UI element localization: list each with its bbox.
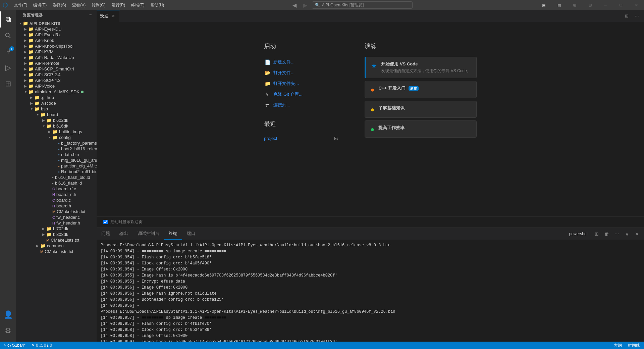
tree-item-mfg-bl616[interactable]: ▶ ▪ mfg_bl616_gu_af8b0946f_v2....: [16, 157, 97, 163]
window-minimize-button[interactable]: ─: [598, 0, 613, 10]
split-editor-icon[interactable]: ⊞: [622, 11, 631, 21]
menu-run[interactable]: 运行(R): [109, 2, 128, 9]
practice-card-productivity[interactable]: ● 提高工作效率: [365, 120, 476, 138]
tree-item-common[interactable]: ▶ 📁 common: [16, 243, 97, 249]
git-branch-item[interactable]: ⑂ c7f51ba4*: [3, 342, 27, 349]
tree-arrow: ▶: [35, 244, 40, 248]
tree-item-aipi-eyes-du[interactable]: ▶ 📁 AiPi-Eyes-DU: [16, 26, 97, 32]
tree-item-bl616-flash-old[interactable]: ▶ ▪ bl616_flash_old.ld: [16, 174, 97, 180]
panel-tab-terminal[interactable]: 终端: [164, 228, 182, 240]
tree-item-aipi-open-kits[interactable]: ▾ 📁 AIPI-OPEN-KITS: [16, 20, 97, 26]
tree-item-aipi-eyes-rx[interactable]: ▶ 📁 AiPi-Eyes-Rx: [16, 32, 97, 38]
menu-edit[interactable]: 编辑(E): [31, 2, 49, 9]
tree-item-bl808dk[interactable]: ▶ 📁 bl808dk: [16, 232, 97, 237]
menu-view[interactable]: 查看(V): [69, 2, 88, 9]
tree-label: bl_factory_params_IoTKitA_au...: [61, 141, 97, 146]
tree-item-aipi-scp-2-4[interactable]: ▶ 📁 AiPi-SCP-2.4: [16, 72, 97, 78]
tree-item-aithinker-sdk[interactable]: ▾ 📁 aithinker_Ai-M6X_SDK: [16, 89, 97, 95]
tree-item-board[interactable]: ▾ 📁 board: [16, 112, 97, 117]
practice-card-basics[interactable]: ● 了解基础知识: [365, 101, 476, 118]
timeline-item[interactable]: 时间线: [627, 342, 641, 349]
tab-close-button[interactable]: ✕: [111, 13, 116, 19]
tree-item-config[interactable]: ▾ 📁 config: [16, 135, 97, 140]
tree-item-rx-boot2[interactable]: ▶ ▪ Rx_boot2_m61.bin: [16, 169, 97, 174]
menu-terminal[interactable]: 终端(T): [128, 2, 147, 9]
tree-item-aipi-scp-4-3[interactable]: ▶ 📁 AiPi-SCP-4.3: [16, 78, 97, 83]
tree-item-cmakelists-bl616[interactable]: ▶ M CMakeLists.txt: [16, 209, 97, 214]
split-terminal-icon[interactable]: ⊞: [592, 230, 601, 238]
tree-item-aipi-knob[interactable]: ▶ 📁 AiPi-Knob: [16, 38, 97, 43]
tree-item-bl-factory-params[interactable]: ▶ ▪ bl_factory_params_IoTKitA_au...: [16, 140, 97, 146]
panel-tab-debug-console[interactable]: 调试控制台: [133, 228, 164, 240]
layout-icon-4[interactable]: ⊟: [582, 0, 598, 10]
tree-item-vscode[interactable]: ▶ 📁 .vscode: [16, 100, 97, 106]
tree-item-aipi-kvm[interactable]: ▶ 📁 AiPi-KVM: [16, 49, 97, 55]
tree-item-aipi-remote[interactable]: ▶ 📁 AiPi-Remote: [16, 60, 97, 66]
window-close-button[interactable]: ✕: [629, 0, 644, 10]
activity-extensions-icon[interactable]: ⊞: [0, 76, 16, 92]
menu-help[interactable]: 帮助(H): [148, 2, 167, 9]
errors-item[interactable]: ✕ 0 ⚠ 0 ℹ 0: [30, 342, 53, 349]
tree-item-cmakelists-bsp[interactable]: ▶ M CMakeLists.txt: [16, 237, 97, 243]
layout-icon-2[interactable]: ▤: [551, 0, 567, 10]
menu-select[interactable]: 选择(S): [50, 2, 69, 9]
tree-item-fw-header-h[interactable]: ▶ H fw_header.h: [16, 220, 97, 226]
panel-close-icon[interactable]: ✕: [633, 230, 641, 238]
menu-file[interactable]: 文件(F): [11, 2, 30, 9]
terminal[interactable]: Process E:\Downloads\AiPiEasyStartV1.1.1…: [97, 240, 644, 342]
tree-item-bl702dk[interactable]: ▶ 📁 bl702dk: [16, 226, 97, 232]
sidebar-more-icon[interactable]: ⋯: [89, 13, 93, 17]
practice-card-vscode[interactable]: ★ 开始使用 VS Code 发现最佳的自定义方法，使用你的专属 VS Code…: [365, 57, 476, 78]
tree-item-bl616dk[interactable]: ▾ 📁 bl616dk: [16, 123, 97, 129]
activity-settings-icon[interactable]: ⚙: [0, 323, 16, 339]
more-actions-icon[interactable]: ⋯: [632, 11, 641, 21]
layout-icon-1[interactable]: ▣: [536, 0, 551, 10]
window-maximize-button[interactable]: □: [613, 0, 629, 10]
activity-run-debug-icon[interactable]: ▷: [0, 60, 16, 76]
new-file-link[interactable]: 📄 新建文件...: [264, 57, 338, 67]
activity-search-icon[interactable]: [0, 28, 16, 44]
tree-item-aipi-scp-smartctrl[interactable]: ▶ 📁 AiPi-SCP_SmartCtrl: [16, 66, 97, 72]
tree-item-board-h[interactable]: ▶ H board.h: [16, 203, 97, 209]
tree-item-board-rfh[interactable]: ▶ H board_rf.h: [16, 192, 97, 197]
tree-item-boot2-bl616[interactable]: ▶ ▪ boot2_bl616_release_v8.0.8.bin: [16, 146, 97, 152]
nav-back-button[interactable]: ◀: [290, 1, 299, 9]
recent-name[interactable]: project: [264, 136, 277, 141]
tree-item-cmakelists-root[interactable]: ▶ M CMakeLists.txt: [16, 249, 97, 254]
tree-item-bl616-flash[interactable]: ▶ ▪ bl616_flash.ld: [16, 180, 97, 186]
tree-item-partition-cfg[interactable]: ▶ ▪ partition_cfg_4M.toml: [16, 163, 97, 169]
open-file-link[interactable]: 📂 打开文件...: [264, 67, 338, 78]
kill-terminal-icon[interactable]: 🗑: [602, 230, 611, 238]
activity-source-control-icon[interactable]: ⑂ 5: [0, 44, 16, 60]
tab-welcome[interactable]: 欢迎 ✕: [97, 10, 120, 22]
activity-account-icon[interactable]: 👤: [0, 307, 16, 323]
panel-more-icon[interactable]: ⋯: [612, 230, 621, 238]
tree-item-fw-header-c[interactable]: ▶ C fw_header.c: [16, 214, 97, 220]
menu-goto[interactable]: 转到(G): [89, 2, 108, 9]
practice-card-cpp[interactable]: ● C++ 开发入门 新建: [365, 81, 476, 98]
tree-item-aipi-radar-wakeup[interactable]: ▶ 📁 AiPi-Radar-WakeUp: [16, 55, 97, 60]
tree-item-aipi-knob-clipstool[interactable]: ▶ 📁 AiPi-Knob-ClipsTool: [16, 43, 97, 49]
open-folder-link[interactable]: 📁 打开文件夹...: [264, 78, 338, 89]
tree-item-board-c[interactable]: ▶ C board.c: [16, 197, 97, 203]
panel-tab-problems[interactable]: 问题: [97, 228, 115, 240]
tree-item-github[interactable]: ▶ 📁 .github: [16, 95, 97, 100]
tree-item-bsp[interactable]: ▾ 📁 bsp: [16, 106, 97, 112]
layout-icon-3[interactable]: ⊞: [567, 0, 582, 10]
panel-tab-output[interactable]: 输出: [115, 228, 133, 240]
tree-item-board-rfc[interactable]: ▶ C board_rf.c: [16, 186, 97, 192]
nav-forward-button[interactable]: ▶: [301, 1, 309, 9]
show-on-startup-checkbox[interactable]: [103, 220, 108, 224]
connect-link[interactable]: ⇄ 连接到...: [264, 100, 338, 110]
outline-item[interactable]: 大纲: [612, 342, 623, 349]
activity-explorer-icon[interactable]: ⧉: [0, 11, 16, 28]
clone-git-link[interactable]: ⑂ 克隆 Git 仓库...: [264, 89, 338, 100]
panel-maximize-icon[interactable]: ∧: [623, 230, 631, 238]
tree-item-bl602dk[interactable]: ▶ 📁 bl602dk: [16, 117, 97, 123]
tree-item-aipi-voice[interactable]: ▶ 📁 AiPi-Voice: [16, 83, 97, 89]
search-bar[interactable]: 🔍 AiPi-Open-Kits [管理员]: [312, 1, 413, 9]
tree-item-edata-bin[interactable]: ▶ ▪ edata.bin: [16, 152, 97, 157]
panel-tab-ports[interactable]: 端口: [182, 228, 200, 240]
tree-label: bl702dk: [53, 226, 68, 231]
tree-item-builtin-imgs[interactable]: ▶ 📁 builtin_imgs: [16, 129, 97, 135]
